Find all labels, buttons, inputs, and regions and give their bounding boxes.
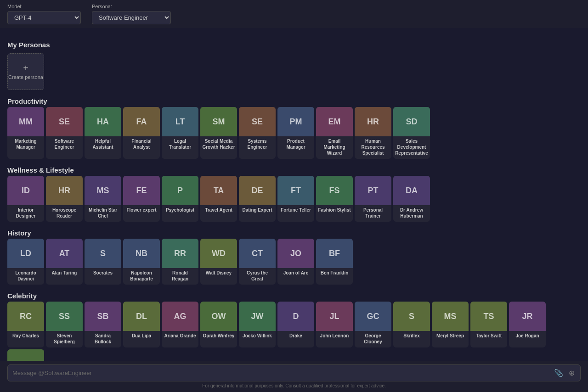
model-select[interactable]: GPT-4 GPT-3.5 Claude	[7, 11, 81, 24]
persona-card[interactable]: SSkrillex	[393, 302, 430, 347]
avatar: MS	[85, 176, 121, 205]
persona-card[interactable]: DDrake	[277, 302, 314, 347]
persona-name: Drake	[277, 331, 314, 339]
persona-name: Alan Turing	[46, 268, 83, 276]
avatar: JR	[509, 302, 546, 331]
attachment-button[interactable]: 📎	[553, 368, 564, 378]
persona-card[interactable]: PTPersonal Trainer	[355, 176, 391, 222]
avatar: TS	[470, 302, 507, 331]
section-title-3: Celebrity	[7, 292, 581, 300]
plus-icon: +	[23, 63, 28, 73]
persona-name: Financial Analyst	[123, 136, 160, 150]
persona-card[interactable]: CTCyrus the Great	[239, 239, 276, 285]
avatar: SE	[46, 107, 83, 136]
persona-name: Ariana Grande	[162, 331, 198, 339]
persona-card[interactable]: SESoftware Engineer	[46, 107, 83, 159]
avatar: PM	[277, 107, 314, 136]
create-persona-button[interactable]: + Create persona	[7, 53, 44, 90]
persona-name: Social Media Growth Hacker	[200, 136, 237, 150]
persona-card[interactable]: HRHuman Resources Specialist	[355, 107, 391, 159]
persona-card[interactable]: HAHelpful Assistant	[85, 107, 121, 159]
persona-card[interactable]: SSSteven Spielberg	[46, 302, 83, 347]
persona-card[interactable]: OWOprah Winfrey	[200, 302, 237, 347]
avatar: JL	[316, 302, 353, 331]
persona-name: John Lennon	[316, 331, 353, 339]
model-label: Model:	[7, 4, 81, 9]
persona-name: Ray Charles	[7, 331, 44, 339]
avatar: LT	[162, 107, 198, 136]
persona-card[interactable]: SDSales Development Representative	[393, 107, 430, 159]
persona-name: Oprah Winfrey	[200, 331, 237, 339]
avatar: DE	[239, 176, 276, 205]
persona-card[interactable]: DLDua Lipa	[123, 302, 160, 347]
avatar: SM	[200, 107, 237, 136]
persona-card[interactable]: LTLegal Translator	[162, 107, 198, 159]
persona-card[interactable]: RRRonald Reagan	[162, 239, 198, 285]
persona-card[interactable]: DADr Andrew Huberman	[393, 176, 430, 222]
persona-name: Fashion Stylist	[316, 205, 353, 213]
persona-card[interactable]: SMSocial Media Growth Hacker	[200, 107, 237, 159]
persona-card[interactable]: JRJoe Rogan	[509, 302, 546, 347]
persona-name: Ronald Reagan	[162, 268, 198, 282]
persona-card[interactable]: EMEmail Marketing Wizard	[316, 107, 353, 159]
avatar: JO	[277, 239, 314, 268]
avatar: JW	[239, 302, 276, 331]
persona-card[interactable]: NBNapoleon Bonaparte	[123, 239, 160, 285]
persona-card[interactable]: HRHoroscope Reader	[46, 176, 83, 222]
persona-card[interactable]: ATAlan Turing	[46, 239, 83, 285]
persona-card[interactable]: IDInterior Designer	[7, 176, 44, 222]
persona-card[interactable]: FEFlower expert	[123, 176, 160, 222]
persona-card[interactable]: TATravel Agent	[200, 176, 237, 222]
avatar: EM	[316, 107, 353, 136]
persona-name: George Clooney	[355, 331, 391, 345]
persona-name: Legal Translator	[162, 136, 198, 150]
persona-card[interactable]: MSMichelin Star Chef	[85, 176, 121, 222]
persona-card[interactable]: SESystems Engineer	[239, 107, 276, 159]
persona-name: Sandra Bullock	[85, 331, 121, 345]
send-button[interactable]: ⊕	[568, 368, 576, 378]
persona-name: Leonardo Davinci	[7, 268, 44, 282]
persona-name: Joe Rogan	[509, 331, 546, 339]
create-persona-label: Create persona	[8, 74, 43, 80]
persona-card[interactable]: LDLeonardo Davinci	[7, 239, 44, 285]
persona-card[interactable]: TSTaylor Swift	[470, 302, 507, 347]
avatar: BF	[316, 239, 353, 268]
persona-card[interactable]: FSFashion Stylist	[316, 176, 353, 222]
persona-card[interactable]: FTFortune Teller	[277, 176, 314, 222]
persona-card[interactable]: MMMarketing Manager	[7, 107, 44, 159]
persona-card[interactable]: RCRay Charles	[7, 302, 44, 347]
avatar: SB	[85, 302, 121, 331]
persona-name: Skrillex	[393, 331, 430, 339]
avatar: MS	[432, 302, 469, 331]
persona-card[interactable]: SBSandra Bullock	[85, 302, 121, 347]
persona-name: Software Engineer	[46, 136, 83, 150]
avatar: HA	[85, 107, 121, 136]
persona-card[interactable]: JWJocko Willink	[239, 302, 276, 347]
sections-container: ProductivityMMMarketing ManagerSESoftwar…	[7, 97, 581, 392]
persona-card[interactable]: FAFinancial Analyst	[123, 107, 160, 159]
personas-grid-2: LDLeonardo DavinciATAlan TuringSSocrates…	[7, 239, 581, 285]
persona-card[interactable]: BFBen Franklin	[316, 239, 353, 285]
persona-card[interactable]: MSMeryl Streep	[432, 302, 469, 347]
persona-name: Email Marketing Wizard	[316, 136, 353, 156]
persona-card[interactable]: GCGeorge Clooney	[355, 302, 391, 347]
persona-card[interactable]: SSocrates	[85, 239, 121, 285]
avatar: GC	[355, 302, 391, 331]
persona-name: Horoscope Reader	[46, 205, 83, 219]
persona-select[interactable]: Software Engineer Marketing Manager Help…	[92, 11, 171, 24]
persona-selector-group: Persona: Software Engineer Marketing Man…	[92, 4, 171, 24]
persona-name: Steven Spielberg	[46, 331, 83, 345]
persona-card[interactable]: WDWalt Disney	[200, 239, 237, 285]
avatar: D	[277, 302, 314, 331]
avatar: RR	[162, 239, 198, 268]
avatar: RC	[7, 302, 44, 331]
persona-name: Dua Lipa	[123, 331, 160, 339]
persona-card[interactable]: PPsychologist	[162, 176, 198, 222]
persona-card[interactable]: DEDating Expert	[239, 176, 276, 222]
persona-card[interactable]: AGAriana Grande	[162, 302, 198, 347]
avatar: OW	[200, 302, 237, 331]
message-input[interactable]	[12, 370, 549, 376]
persona-card[interactable]: PMProduct Manager	[277, 107, 314, 159]
persona-card[interactable]: JOJoan of Arc	[277, 239, 314, 285]
persona-card[interactable]: JLJohn Lennon	[316, 302, 353, 347]
